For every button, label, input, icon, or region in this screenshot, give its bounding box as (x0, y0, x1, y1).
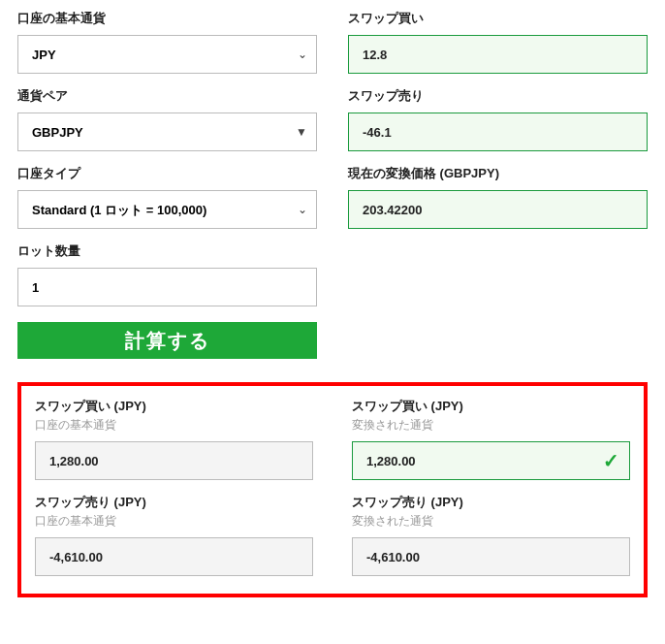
result-buy-conv-title: スワップ買い (JPY) (352, 398, 630, 415)
label-account-type: 口座タイプ (17, 165, 317, 182)
result-buy-base: スワップ買い (JPY) 口座の基本通貨 1,280.00 (35, 398, 313, 480)
label-conversion-price: 現在の変換価格 (GBPJPY) (348, 165, 648, 182)
field-account-type: 口座タイプ Standard (1 ロット = 100,000) ⌄ (17, 165, 317, 229)
result-buy-conv: スワップ買い (JPY) 変換された通貨 1,280.00 ✓ (352, 398, 630, 480)
results-grid: スワップ買い (JPY) 口座の基本通貨 1,280.00 スワップ買い (JP… (35, 398, 630, 576)
form-grid: 口座の基本通貨 JPY ⌄ スワップ買い 12.8 通貨ペア GBPJPY ▼ … (17, 10, 648, 359)
label-swap-sell: スワップ売り (348, 87, 648, 105)
lot-qty-input[interactable] (17, 268, 317, 306)
result-sell-base: スワップ売り (JPY) 口座の基本通貨 -4,610.00 (35, 494, 313, 576)
field-base-currency: 口座の基本通貨 JPY ⌄ (17, 10, 317, 74)
label-lot-qty: ロット数量 (17, 242, 317, 260)
result-buy-conv-text: 1,280.00 (366, 454, 416, 468)
results-box: スワップ買い (JPY) 口座の基本通貨 1,280.00 スワップ買い (JP… (17, 382, 648, 597)
calculate-button[interactable]: 計算する (17, 322, 317, 359)
field-lot-qty: ロット数量 (17, 242, 317, 306)
result-buy-conv-sub: 変換された通貨 (352, 417, 630, 434)
result-buy-base-sub: 口座の基本通貨 (35, 417, 313, 434)
field-swap-sell: スワップ売り -46.1 (348, 87, 648, 151)
swap-buy-value: 12.8 (348, 35, 648, 74)
label-base-currency: 口座の基本通貨 (17, 10, 317, 27)
result-sell-conv-title: スワップ売り (JPY) (352, 494, 630, 511)
result-sell-base-title: スワップ売り (JPY) (35, 494, 313, 511)
pair-select[interactable]: GBPJPY (17, 113, 317, 151)
check-icon: ✓ (603, 449, 619, 472)
label-pair: 通貨ペア (17, 87, 317, 105)
field-pair: 通貨ペア GBPJPY ▼ (17, 87, 317, 151)
result-sell-conv-sub: 変換された通貨 (352, 513, 630, 530)
result-sell-base-sub: 口座の基本通貨 (35, 513, 313, 530)
field-swap-buy: スワップ買い 12.8 (348, 10, 648, 74)
field-conversion-price: 現在の変換価格 (GBPJPY) 203.42200 (348, 165, 648, 229)
result-sell-base-value: -4,610.00 (35, 537, 313, 576)
label-swap-buy: スワップ買い (348, 10, 648, 27)
result-buy-base-value: 1,280.00 (35, 441, 313, 480)
base-currency-select[interactable]: JPY (17, 35, 317, 74)
account-type-select[interactable]: Standard (1 ロット = 100,000) (17, 190, 317, 229)
conversion-price-value: 203.42200 (348, 190, 648, 229)
swap-sell-value: -46.1 (348, 113, 648, 151)
result-buy-conv-value: 1,280.00 ✓ (352, 441, 630, 480)
result-sell-conv-value: -4,610.00 (352, 537, 630, 576)
result-buy-base-title: スワップ買い (JPY) (35, 398, 313, 415)
result-sell-conv: スワップ売り (JPY) 変換された通貨 -4,610.00 (352, 494, 630, 576)
